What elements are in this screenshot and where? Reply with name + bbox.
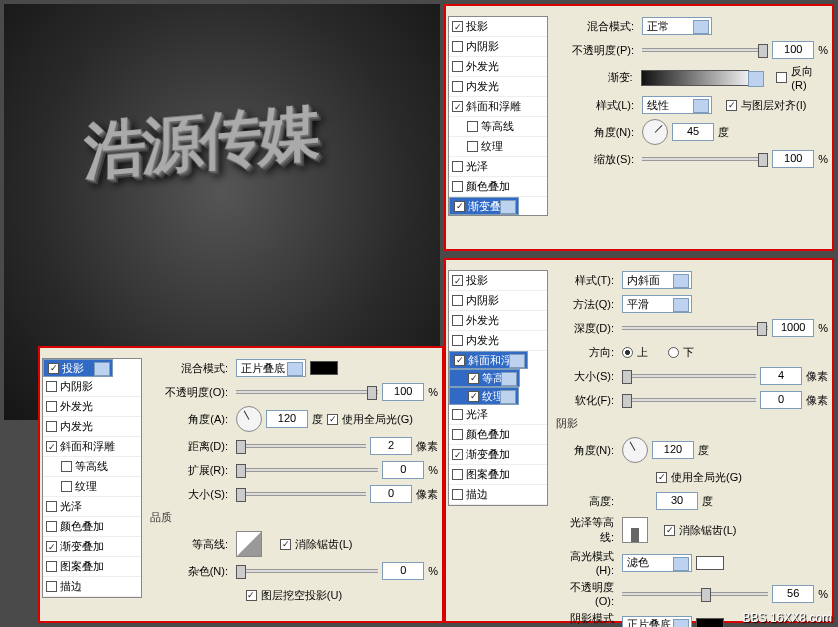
fx-outer-glow[interactable]: 外发光 — [449, 57, 547, 77]
scale-slider[interactable] — [642, 157, 768, 161]
scale-input[interactable]: 100 — [772, 150, 814, 168]
technique-select[interactable]: 平滑 — [622, 295, 692, 313]
checkbox-icon[interactable] — [46, 521, 57, 532]
checkbox-icon[interactable] — [452, 449, 463, 460]
checkbox-icon[interactable] — [452, 275, 463, 286]
hl-opacity-input[interactable]: 56 — [772, 585, 814, 603]
global-light-checkbox[interactable] — [656, 472, 667, 483]
align-checkbox[interactable] — [726, 100, 737, 111]
shadow-mode-select[interactable]: 正片叠底 — [622, 616, 692, 628]
checkbox-icon[interactable] — [452, 81, 463, 92]
checkbox-icon[interactable] — [452, 335, 463, 346]
size-input[interactable]: 4 — [760, 367, 802, 385]
opacity-input[interactable]: 100 — [772, 41, 814, 59]
fx-satin[interactable]: 光泽 — [449, 405, 547, 425]
fx-stroke[interactable]: 描边 — [449, 485, 547, 505]
fx-bevel[interactable]: 斜面和浮雕 — [449, 351, 528, 369]
checkbox-icon[interactable] — [61, 481, 72, 492]
fx-contour[interactable]: 等高线 — [449, 117, 547, 137]
gradient-preview[interactable] — [641, 70, 749, 86]
checkbox-icon[interactable] — [452, 61, 463, 72]
size-slider[interactable] — [236, 492, 366, 496]
fx-inner-glow[interactable]: 内发光 — [449, 331, 547, 351]
knockout-checkbox[interactable] — [246, 590, 257, 601]
fx-satin[interactable]: 光泽 — [449, 157, 547, 177]
highlight-color[interactable] — [696, 556, 724, 570]
shadow-color[interactable] — [696, 618, 724, 628]
fx-texture[interactable]: 纹理 — [449, 137, 547, 157]
global-light-checkbox[interactable] — [327, 414, 338, 425]
highlight-mode-select[interactable]: 滤色 — [622, 554, 692, 572]
fx-inner-glow[interactable]: 内发光 — [449, 77, 547, 97]
spread-input[interactable]: 0 — [382, 461, 424, 479]
checkbox-icon[interactable] — [452, 295, 463, 306]
checkbox-icon[interactable] — [452, 41, 463, 52]
checkbox-icon[interactable] — [452, 21, 463, 32]
checkbox-icon[interactable] — [452, 315, 463, 326]
fx-gradient-overlay[interactable]: 渐变叠加 — [449, 197, 519, 215]
bevel-style-select[interactable]: 内斜面 — [622, 271, 692, 289]
checkbox-icon[interactable] — [46, 541, 57, 552]
direction-up-radio[interactable] — [622, 347, 633, 358]
fx-bevel[interactable]: 斜面和浮雕 — [43, 437, 141, 457]
size-slider[interactable] — [622, 374, 756, 378]
checkbox-icon[interactable] — [46, 581, 57, 592]
checkbox-icon[interactable] — [452, 101, 463, 112]
angle-input[interactable]: 120 — [266, 410, 308, 428]
opacity-slider[interactable] — [642, 48, 768, 52]
spread-slider[interactable] — [236, 468, 378, 472]
opacity-input[interactable]: 100 — [382, 383, 424, 401]
fx-drop-shadow[interactable]: 投影 — [43, 359, 113, 377]
gloss-contour-picker[interactable] — [622, 517, 648, 543]
fx-gradient-overlay[interactable]: 渐变叠加 — [449, 445, 547, 465]
angle-input[interactable]: 120 — [652, 441, 694, 459]
fx-stroke[interactable]: 描边 — [43, 577, 141, 597]
fx-contour[interactable]: 等高线 — [43, 457, 141, 477]
soften-input[interactable]: 0 — [760, 391, 802, 409]
fx-inner-shadow[interactable]: 内阴影 — [449, 291, 547, 311]
depth-slider[interactable] — [622, 326, 768, 330]
reverse-checkbox[interactable] — [776, 72, 787, 83]
altitude-input[interactable]: 30 — [656, 492, 698, 510]
depth-input[interactable]: 1000 — [772, 319, 814, 337]
checkbox-icon[interactable] — [46, 501, 57, 512]
checkbox-icon[interactable] — [46, 401, 57, 412]
antialias-checkbox[interactable] — [280, 539, 291, 550]
color-swatch[interactable] — [310, 361, 338, 375]
checkbox-icon[interactable] — [452, 181, 463, 192]
blend-mode-select[interactable]: 正常 — [642, 17, 712, 35]
fx-texture[interactable]: 纹理 — [43, 477, 141, 497]
checkbox-icon[interactable] — [46, 421, 57, 432]
angle-dial[interactable] — [622, 437, 648, 463]
fx-outer-glow[interactable]: 外发光 — [449, 311, 547, 331]
checkbox-icon[interactable] — [61, 461, 72, 472]
fx-color-overlay[interactable]: 颜色叠加 — [449, 177, 547, 197]
angle-input[interactable]: 45 — [672, 123, 714, 141]
hl-opacity-slider[interactable] — [622, 592, 768, 596]
distance-input[interactable]: 2 — [370, 437, 412, 455]
fx-pattern-overlay[interactable]: 图案叠加 — [449, 465, 547, 485]
checkbox-icon[interactable] — [468, 391, 479, 402]
opacity-slider[interactable] — [236, 390, 378, 394]
checkbox-icon[interactable] — [454, 201, 465, 212]
checkbox-icon[interactable] — [452, 469, 463, 480]
fx-inner-shadow[interactable]: 内阴影 — [449, 37, 547, 57]
checkbox-icon[interactable] — [48, 363, 59, 374]
fx-inner-shadow[interactable]: 内阴影 — [43, 377, 141, 397]
fx-pattern-overlay[interactable]: 图案叠加 — [43, 557, 141, 577]
angle-dial[interactable] — [642, 119, 668, 145]
fx-inner-glow[interactable]: 内发光 — [43, 417, 141, 437]
checkbox-icon[interactable] — [46, 561, 57, 572]
size-input[interactable]: 0 — [370, 485, 412, 503]
fx-color-overlay[interactable]: 颜色叠加 — [449, 425, 547, 445]
fx-outer-glow[interactable]: 外发光 — [43, 397, 141, 417]
fx-gradient-overlay[interactable]: 渐变叠加 — [43, 537, 141, 557]
angle-dial[interactable] — [236, 406, 262, 432]
fx-color-overlay[interactable]: 颜色叠加 — [43, 517, 141, 537]
fx-drop-shadow[interactable]: 投影 — [449, 17, 547, 37]
style-select[interactable]: 线性 — [642, 96, 712, 114]
fx-drop-shadow[interactable]: 投影 — [449, 271, 547, 291]
checkbox-icon[interactable] — [467, 121, 478, 132]
checkbox-icon[interactable] — [452, 409, 463, 420]
blend-mode-select[interactable]: 正片叠底 — [236, 359, 306, 377]
